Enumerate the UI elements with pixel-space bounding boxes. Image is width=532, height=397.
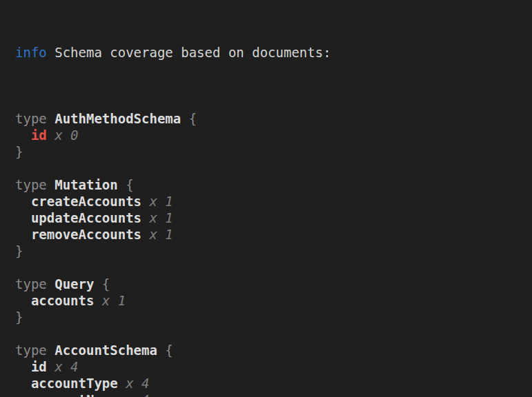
field-name: removeAccounts bbox=[31, 227, 141, 242]
open-brace: { bbox=[157, 343, 173, 358]
type-keyword: type bbox=[15, 343, 55, 358]
indent bbox=[15, 376, 31, 391]
type-keyword: type bbox=[15, 177, 55, 192]
usage-count: x 1 bbox=[141, 194, 173, 209]
type-keyword: type bbox=[15, 276, 55, 292]
type-name: AuthMethodSchema bbox=[55, 111, 181, 126]
type-keyword: type bbox=[15, 111, 55, 126]
indent bbox=[15, 194, 31, 209]
close-brace: } bbox=[15, 309, 23, 325]
field-name: accountName bbox=[31, 392, 118, 397]
usage-count: x 4 bbox=[118, 392, 150, 397]
closing-brace-line: } bbox=[15, 243, 525, 259]
type-declaration-line: type Query { bbox=[15, 276, 525, 292]
field-coverage-line: updateAccounts x 1 bbox=[15, 210, 525, 226]
indent bbox=[15, 210, 31, 225]
indent bbox=[15, 293, 31, 308]
blank-line bbox=[15, 160, 525, 176]
field-coverage-line: id x 4 bbox=[15, 358, 525, 375]
field-name-uncovered: id bbox=[31, 128, 47, 143]
indent bbox=[15, 227, 31, 242]
field-name: id bbox=[31, 359, 47, 374]
type-declaration-line: type AuthMethodSchema { bbox=[15, 110, 525, 127]
usage-count: x 4 bbox=[118, 376, 150, 391]
open-brace: { bbox=[181, 111, 197, 126]
space-separator bbox=[47, 45, 55, 60]
open-brace: { bbox=[118, 177, 134, 192]
indent bbox=[15, 359, 31, 374]
field-coverage-line: id x 0 bbox=[15, 127, 525, 143]
usage-count: x 0 bbox=[47, 128, 79, 143]
indent bbox=[15, 392, 31, 397]
blank-line bbox=[15, 325, 525, 342]
closing-brace-line: } bbox=[15, 309, 525, 325]
type-name: Mutation bbox=[55, 177, 118, 192]
terminal-output[interactable]: info Schema coverage based on documents:… bbox=[0, 0, 532, 397]
blank-line bbox=[15, 259, 525, 276]
type-declaration-line: type Mutation { bbox=[15, 176, 525, 193]
field-coverage-line: accounts x 1 bbox=[15, 292, 525, 309]
info-line: info Schema coverage based on documents: bbox=[15, 44, 525, 61]
usage-count: x 1 bbox=[94, 293, 126, 308]
close-brace: } bbox=[15, 243, 23, 258]
coverage-header-message: Schema coverage based on documents: bbox=[55, 45, 331, 60]
type-name: AccountSchema bbox=[55, 343, 157, 358]
closing-brace-line: } bbox=[15, 143, 525, 160]
type-name: Query bbox=[55, 276, 94, 292]
usage-count: x 4 bbox=[47, 359, 79, 374]
type-declaration-line: type AccountSchema { bbox=[15, 342, 525, 358]
field-name: updateAccounts bbox=[31, 210, 141, 225]
log-level-info: info bbox=[15, 45, 47, 60]
indent bbox=[15, 128, 31, 143]
usage-count: x 1 bbox=[141, 210, 173, 225]
field-coverage-line: createAccounts x 1 bbox=[15, 193, 525, 210]
field-coverage-line: accountName x 4 bbox=[15, 391, 525, 397]
field-name: accounts bbox=[31, 293, 95, 308]
field-coverage-line: accountType x 4 bbox=[15, 375, 525, 391]
usage-count: x 1 bbox=[141, 227, 173, 242]
field-name: createAccounts bbox=[31, 194, 141, 209]
close-brace: } bbox=[15, 144, 23, 159]
blank-line bbox=[15, 94, 525, 110]
schema-coverage-blocks: type AuthMethodSchema { id x 0} type Mut… bbox=[15, 94, 525, 397]
field-coverage-line: removeAccounts x 1 bbox=[15, 226, 525, 243]
field-name: accountType bbox=[31, 376, 118, 391]
open-brace: { bbox=[94, 276, 110, 292]
